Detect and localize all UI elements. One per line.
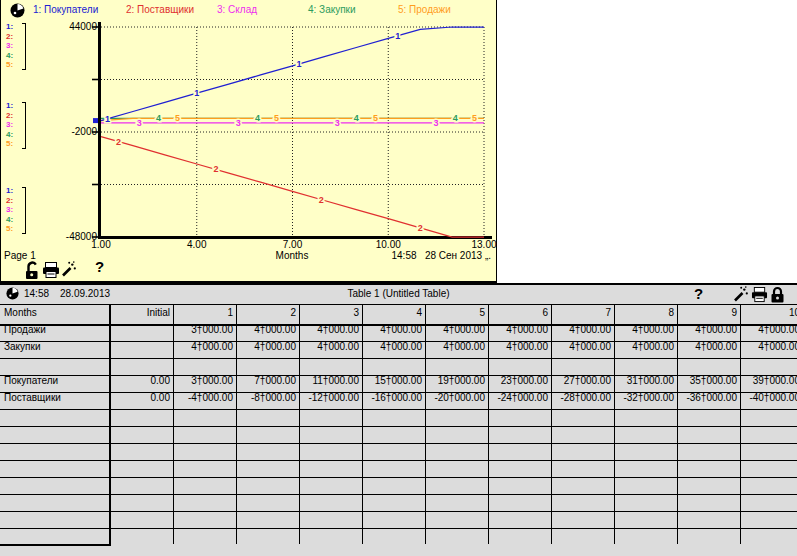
series-point-label: 2 — [213, 164, 218, 174]
page-label: Page 1 — [4, 250, 36, 261]
printer-icon[interactable] — [751, 287, 768, 303]
series-point-label: 1 — [395, 31, 400, 41]
table-cell — [741, 526, 797, 544]
series-point-label: 1 — [194, 88, 199, 98]
series-point-label: 4 — [453, 113, 458, 123]
wand-icon[interactable] — [732, 286, 749, 303]
table-row-empty — [0, 509, 797, 526]
lock-closed-icon[interactable] — [770, 286, 785, 303]
series-point-label: 3 — [335, 118, 340, 128]
table-cell — [678, 526, 741, 544]
series-point-label: 3 — [236, 118, 241, 128]
table-cell — [174, 526, 237, 544]
series-point-label: 3 — [137, 118, 142, 128]
series-point-label: 3 — [434, 118, 439, 128]
series-point-label: 2 — [319, 195, 324, 205]
table-row-header: MonthsInitial12345678910 — [0, 305, 797, 322]
series-point-label: 5 — [175, 113, 180, 123]
series-point-label: 4 — [156, 113, 161, 123]
data-table: MonthsInitial12345678910Продажи3†000.004… — [0, 305, 797, 542]
table-row: Продажи3†000.004†000.004†000.004†000.004… — [0, 322, 797, 339]
table-row-empty — [0, 492, 797, 509]
table-cell — [426, 526, 489, 544]
table-row: Поставщики0.00-4†000.00-8†000.00-12†000.… — [0, 390, 797, 407]
chart-panel: 1: Покупатели2: Поставщики3: Склад4: Зак… — [0, 0, 497, 283]
series-line-1 — [101, 27, 484, 121]
series-start-marker — [93, 118, 98, 123]
table-row: Закупки4†000.004†000.004†000.004†000.004… — [0, 339, 797, 356]
table-cell — [300, 526, 363, 544]
x-axis-title: Months — [262, 250, 322, 261]
table-cell — [237, 526, 300, 544]
wand-icon[interactable] — [60, 261, 77, 278]
table-row-partial — [0, 526, 797, 542]
table-row-empty — [0, 475, 797, 492]
table-window: 14:58 28.09.2013 Table 1 (Untitled Table… — [0, 283, 797, 556]
series-point-label: 4 — [354, 113, 359, 123]
background-area — [497, 0, 797, 283]
series-point-label: 1 — [296, 59, 301, 69]
help-icon[interactable]: ? — [95, 259, 104, 274]
plot-canvas: 33334444555522221111 — [1, 0, 498, 283]
series-point-label: 2 — [116, 137, 121, 147]
series-point-label: 5 — [472, 113, 477, 123]
table-row — [0, 356, 797, 373]
table-header-bar: 14:58 28.09.2013 Table 1 (Untitled Table… — [0, 285, 797, 305]
table-cell — [111, 526, 174, 544]
table-title: Table 1 (Untitled Table) — [0, 288, 797, 299]
row-label-cell — [0, 526, 111, 546]
table-row: Покупатели0.003†000.007†000.0011†000.001… — [0, 373, 797, 390]
series-point-label: 2 — [418, 223, 423, 233]
help-icon[interactable]: ? — [694, 286, 703, 301]
series-point-label: 5 — [274, 113, 279, 123]
table-cell — [363, 526, 426, 544]
series-point-label: 4 — [255, 113, 260, 123]
table-cell — [489, 526, 552, 544]
series-point-label: 1 — [105, 114, 110, 124]
table-cell — [615, 526, 678, 544]
table-row-empty — [0, 407, 797, 424]
printer-icon[interactable] — [42, 262, 60, 279]
series-point-label: 5 — [373, 113, 378, 123]
chart-timestamp: 14:58 28 Сен 2013 „. — [392, 250, 492, 261]
table-cell — [552, 526, 615, 544]
table-row-empty — [0, 458, 797, 475]
lock-open-icon[interactable] — [24, 261, 40, 280]
table-row-empty — [0, 441, 797, 458]
table-row-empty — [0, 424, 797, 441]
